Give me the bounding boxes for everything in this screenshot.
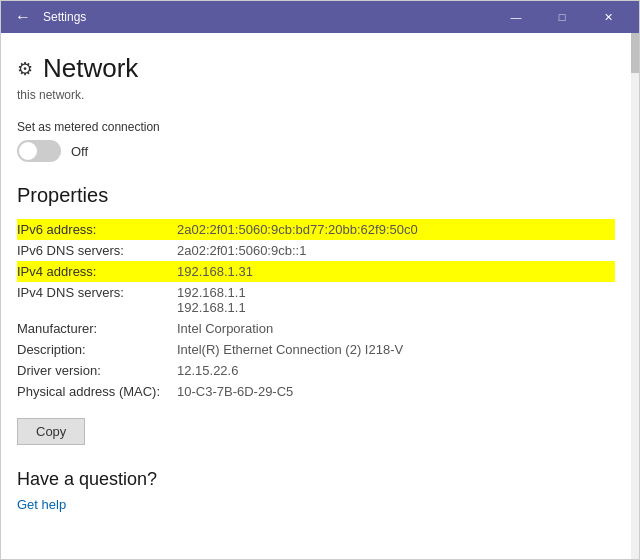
copy-button[interactable]: Copy [17, 418, 85, 445]
prop-value: 10-C3-7B-6D-29-C5 [177, 381, 615, 402]
prop-key: Manufacturer: [17, 318, 177, 339]
prop-key: IPv4 address: [17, 261, 177, 282]
table-row: IPv4 address:192.168.1.31 [17, 261, 615, 282]
prop-value: Intel Corporation [177, 318, 615, 339]
back-button[interactable]: ← [9, 3, 37, 31]
page-title: Network [43, 53, 138, 84]
close-button[interactable]: ✕ [585, 1, 631, 33]
metered-toggle-row: Off [17, 140, 615, 162]
table-row: Driver version:12.15.22.6 [17, 360, 615, 381]
table-row: Physical address (MAC):10-C3-7B-6D-29-C5 [17, 381, 615, 402]
prop-value: 192.168.1.1192.168.1.1 [177, 282, 615, 318]
table-row: Manufacturer:Intel Corporation [17, 318, 615, 339]
content-area: ⚙ Network this network. Set as metered c… [1, 33, 639, 559]
window-controls: — □ ✕ [493, 1, 631, 33]
get-help-link[interactable]: Get help [17, 497, 66, 512]
title-bar: ← Settings — □ ✕ [1, 1, 639, 33]
gear-icon: ⚙ [17, 58, 33, 80]
metered-label: Set as metered connection [17, 120, 615, 134]
prop-value: 2a02:2f01:5060:9cb::1 [177, 240, 615, 261]
prop-value: 192.168.1.31 [177, 261, 615, 282]
prop-key: Driver version: [17, 360, 177, 381]
table-row: Description:Intel(R) Ethernet Connection… [17, 339, 615, 360]
scrollbar-track[interactable] [631, 33, 639, 559]
prop-value: Intel(R) Ethernet Connection (2) I218-V [177, 339, 615, 360]
prop-key: Physical address (MAC): [17, 381, 177, 402]
faq-heading: Have a question? [17, 469, 615, 490]
window: ← Settings — □ ✕ ⚙ Network this network.… [0, 0, 640, 560]
properties-heading: Properties [17, 184, 615, 207]
properties-table: IPv6 address:2a02:2f01:5060:9cb:bd77:20b… [17, 219, 615, 402]
prop-key: IPv6 address: [17, 219, 177, 240]
prop-value: 2a02:2f01:5060:9cb:bd77:20bb:62f9:50c0 [177, 219, 615, 240]
window-title: Settings [37, 10, 493, 24]
prop-key: IPv6 DNS servers: [17, 240, 177, 261]
toggle-knob [19, 142, 37, 160]
metered-toggle[interactable] [17, 140, 61, 162]
table-row: IPv6 DNS servers:2a02:2f01:5060:9cb::1 [17, 240, 615, 261]
page-subtitle: this network. [17, 88, 615, 102]
table-row: IPv6 address:2a02:2f01:5060:9cb:bd77:20b… [17, 219, 615, 240]
back-icon: ← [15, 8, 31, 26]
maximize-button[interactable]: □ [539, 1, 585, 33]
prop-value: 12.15.22.6 [177, 360, 615, 381]
page-header: ⚙ Network [17, 53, 615, 84]
table-row: IPv4 DNS servers:192.168.1.1192.168.1.1 [17, 282, 615, 318]
prop-key: IPv4 DNS servers: [17, 282, 177, 318]
prop-key: Description: [17, 339, 177, 360]
scrollbar-thumb[interactable] [631, 33, 639, 73]
toggle-state-label: Off [71, 144, 88, 159]
minimize-button[interactable]: — [493, 1, 539, 33]
